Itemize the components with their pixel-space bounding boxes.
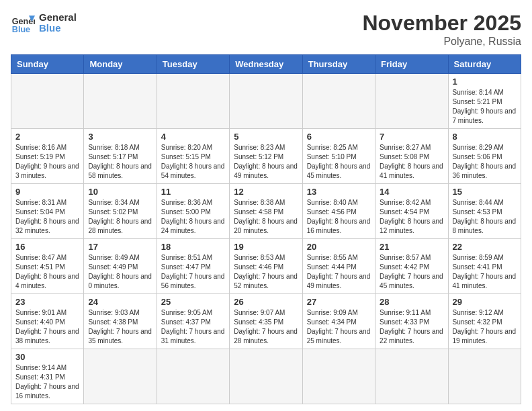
day-number: 12	[234, 187, 298, 197]
day-cell: 12Sunrise: 8:38 AM Sunset: 4:58 PM Dayli…	[230, 184, 302, 239]
day-cell: 28Sunrise: 9:11 AM Sunset: 4:33 PM Dayli…	[375, 294, 448, 349]
day-number: 21	[380, 242, 443, 252]
day-info: Sunrise: 8:51 AM Sunset: 4:47 PM Dayligh…	[161, 253, 225, 291]
day-info: Sunrise: 8:16 AM Sunset: 5:19 PM Dayligh…	[15, 143, 79, 181]
day-cell: 24Sunrise: 9:03 AM Sunset: 4:38 PM Dayli…	[84, 294, 157, 349]
day-number: 19	[234, 242, 298, 252]
day-number: 17	[88, 242, 152, 252]
day-cell: 18Sunrise: 8:51 AM Sunset: 4:47 PM Dayli…	[157, 239, 229, 294]
day-number: 3	[88, 132, 152, 142]
day-info: Sunrise: 9:05 AM Sunset: 4:37 PM Dayligh…	[161, 308, 225, 346]
day-cell: 16Sunrise: 8:47 AM Sunset: 4:51 PM Dayli…	[11, 239, 84, 294]
weekday-header-row: SundayMondayTuesdayWednesdayThursdayFrid…	[11, 55, 521, 74]
day-info: Sunrise: 8:38 AM Sunset: 4:58 PM Dayligh…	[234, 198, 298, 236]
day-cell: 21Sunrise: 8:57 AM Sunset: 4:42 PM Dayli…	[375, 239, 448, 294]
weekday-header-wednesday: Wednesday	[230, 55, 302, 74]
day-number: 9	[15, 187, 79, 197]
day-cell: 15Sunrise: 8:44 AM Sunset: 4:53 PM Dayli…	[448, 184, 521, 239]
logo-svg: General Blue	[11, 11, 35, 35]
day-cell: 7Sunrise: 8:27 AM Sunset: 5:08 PM Daylig…	[375, 129, 448, 184]
day-info: Sunrise: 8:31 AM Sunset: 5:04 PM Dayligh…	[15, 198, 79, 236]
day-info: Sunrise: 9:14 AM Sunset: 4:31 PM Dayligh…	[15, 363, 79, 401]
weekday-header-thursday: Thursday	[302, 55, 375, 74]
day-number: 23	[15, 297, 79, 307]
day-cell: 4Sunrise: 8:20 AM Sunset: 5:15 PM Daylig…	[157, 129, 229, 184]
day-number: 11	[161, 187, 225, 197]
day-info: Sunrise: 9:09 AM Sunset: 4:34 PM Dayligh…	[307, 308, 371, 346]
day-cell	[375, 349, 448, 404]
week-row-1: 1Sunrise: 8:14 AM Sunset: 5:21 PM Daylig…	[11, 74, 521, 129]
day-number: 29	[453, 297, 517, 307]
day-number: 4	[161, 132, 225, 142]
day-cell	[302, 74, 375, 129]
day-number: 5	[234, 132, 298, 142]
day-cell: 11Sunrise: 8:36 AM Sunset: 5:00 PM Dayli…	[157, 184, 229, 239]
day-number: 26	[234, 297, 298, 307]
day-number: 18	[161, 242, 225, 252]
location-title: Polyane, Russia	[362, 36, 521, 48]
day-info: Sunrise: 8:40 AM Sunset: 4:56 PM Dayligh…	[307, 198, 371, 236]
day-cell: 3Sunrise: 8:18 AM Sunset: 5:17 PM Daylig…	[84, 129, 157, 184]
day-number: 14	[380, 187, 443, 197]
day-number: 25	[161, 297, 225, 307]
day-info: Sunrise: 8:34 AM Sunset: 5:02 PM Dayligh…	[88, 198, 152, 236]
day-cell: 8Sunrise: 8:29 AM Sunset: 5:06 PM Daylig…	[448, 129, 521, 184]
day-cell: 23Sunrise: 9:01 AM Sunset: 4:40 PM Dayli…	[11, 294, 84, 349]
day-number: 20	[307, 242, 371, 252]
day-cell	[157, 349, 229, 404]
svg-text:Blue: Blue	[12, 25, 30, 34]
day-number: 13	[307, 187, 371, 197]
day-cell: 6Sunrise: 8:25 AM Sunset: 5:10 PM Daylig…	[302, 129, 375, 184]
day-info: Sunrise: 8:36 AM Sunset: 5:00 PM Dayligh…	[161, 198, 225, 236]
day-cell	[11, 74, 84, 129]
day-cell: 10Sunrise: 8:34 AM Sunset: 5:02 PM Dayli…	[84, 184, 157, 239]
day-cell: 22Sunrise: 8:59 AM Sunset: 4:41 PM Dayli…	[448, 239, 521, 294]
week-row-5: 23Sunrise: 9:01 AM Sunset: 4:40 PM Dayli…	[11, 294, 521, 349]
day-cell	[302, 349, 375, 404]
day-info: Sunrise: 8:44 AM Sunset: 4:53 PM Dayligh…	[453, 198, 517, 236]
month-title: November 2025	[362, 11, 521, 36]
day-number: 22	[453, 242, 517, 252]
day-number: 16	[15, 242, 79, 252]
day-cell: 5Sunrise: 8:23 AM Sunset: 5:12 PM Daylig…	[230, 129, 302, 184]
day-info: Sunrise: 9:12 AM Sunset: 4:32 PM Dayligh…	[453, 308, 517, 346]
day-cell: 1Sunrise: 8:14 AM Sunset: 5:21 PM Daylig…	[448, 74, 521, 129]
day-info: Sunrise: 8:49 AM Sunset: 4:49 PM Dayligh…	[88, 253, 152, 291]
day-cell: 17Sunrise: 8:49 AM Sunset: 4:49 PM Dayli…	[84, 239, 157, 294]
day-info: Sunrise: 9:01 AM Sunset: 4:40 PM Dayligh…	[15, 308, 79, 346]
day-info: Sunrise: 8:59 AM Sunset: 4:41 PM Dayligh…	[453, 253, 517, 291]
day-number: 24	[88, 297, 152, 307]
day-number: 6	[307, 132, 371, 142]
day-info: Sunrise: 9:11 AM Sunset: 4:33 PM Dayligh…	[380, 308, 443, 346]
day-number: 1	[453, 77, 517, 87]
title-area: November 2025 Polyane, Russia	[362, 11, 521, 48]
day-cell: 19Sunrise: 8:53 AM Sunset: 4:46 PM Dayli…	[230, 239, 302, 294]
day-cell: 26Sunrise: 9:07 AM Sunset: 4:35 PM Dayli…	[230, 294, 302, 349]
day-number: 8	[453, 132, 517, 142]
weekday-header-monday: Monday	[84, 55, 157, 74]
day-number: 2	[15, 132, 79, 142]
day-cell	[84, 74, 157, 129]
day-cell: 30Sunrise: 9:14 AM Sunset: 4:31 PM Dayli…	[11, 349, 84, 404]
day-info: Sunrise: 8:23 AM Sunset: 5:12 PM Dayligh…	[234, 143, 298, 181]
day-cell: 9Sunrise: 8:31 AM Sunset: 5:04 PM Daylig…	[11, 184, 84, 239]
day-number: 28	[380, 297, 443, 307]
week-row-6: 30Sunrise: 9:14 AM Sunset: 4:31 PM Dayli…	[11, 349, 521, 404]
weekday-header-sunday: Sunday	[11, 55, 84, 74]
weekday-header-friday: Friday	[375, 55, 448, 74]
day-info: Sunrise: 8:57 AM Sunset: 4:42 PM Dayligh…	[380, 253, 443, 291]
week-row-4: 16Sunrise: 8:47 AM Sunset: 4:51 PM Dayli…	[11, 239, 521, 294]
day-cell: 25Sunrise: 9:05 AM Sunset: 4:37 PM Dayli…	[157, 294, 229, 349]
day-info: Sunrise: 8:29 AM Sunset: 5:06 PM Dayligh…	[453, 143, 517, 181]
logo-blue-text: Blue	[39, 23, 77, 34]
day-info: Sunrise: 8:20 AM Sunset: 5:15 PM Dayligh…	[161, 143, 225, 181]
logo: General Blue General Blue	[11, 11, 77, 35]
day-info: Sunrise: 8:25 AM Sunset: 5:10 PM Dayligh…	[307, 143, 371, 181]
day-info: Sunrise: 8:47 AM Sunset: 4:51 PM Dayligh…	[15, 253, 79, 291]
day-cell	[448, 349, 521, 404]
calendar-table: SundayMondayTuesdayWednesdayThursdayFrid…	[11, 54, 521, 404]
day-cell	[157, 74, 229, 129]
week-row-3: 9Sunrise: 8:31 AM Sunset: 5:04 PM Daylig…	[11, 184, 521, 239]
day-cell: 14Sunrise: 8:42 AM Sunset: 4:54 PM Dayli…	[375, 184, 448, 239]
logo-general-text: General	[39, 12, 77, 24]
